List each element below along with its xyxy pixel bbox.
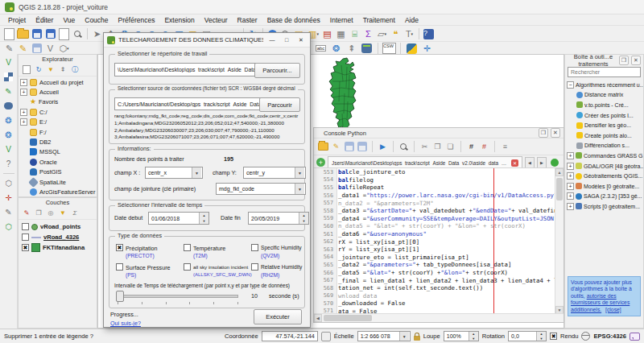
close-panel-button[interactable]: ✕ xyxy=(631,56,641,65)
collapse-all-button[interactable]: ⇞ xyxy=(58,64,68,74)
deselect-button[interactable]: ▤ xyxy=(320,27,334,41)
toolbox-alg-densifier[interactable]: Densifier les géo... xyxy=(567,120,642,130)
expression-filter-button[interactable]: Σ xyxy=(70,208,80,217)
crs-status[interactable]: EPSG:4326 xyxy=(593,333,626,340)
composer-manager-button[interactable] xyxy=(71,27,85,41)
layer-item-fktifanadiana[interactable]: ✖ FKTifanadiana xyxy=(19,242,97,253)
menu-vue[interactable]: Vue xyxy=(58,16,80,24)
champ-x-select[interactable]: centr_x▼ xyxy=(145,167,203,179)
layer-styling-button[interactable]: ✎ xyxy=(22,208,31,217)
layer-visibility-checkbox[interactable] xyxy=(22,233,29,241)
node-tool-button[interactable]: ⬡▾ xyxy=(57,42,71,56)
code-editor[interactable]: 553bal cle_jointure_eto 554bal filelog 5… xyxy=(314,167,564,314)
horizontal-scrollbar[interactable]: ◀ xyxy=(314,313,564,322)
source-input[interactable] xyxy=(114,97,262,110)
slider-handle[interactable] xyxy=(116,291,124,302)
lock-scale-icon[interactable] xyxy=(414,336,420,341)
add-virtual-layer-button[interactable]: ? xyxy=(2,158,14,170)
menu-preferences[interactable]: Préférences xyxy=(114,16,160,24)
browser-item-f-drive[interactable]: F:/ xyxy=(20,127,95,137)
toolbox-alg-vtopoints[interactable]: v.to.points - Cré... xyxy=(567,100,642,110)
add-wcs-layer-button[interactable]: ❂ xyxy=(2,129,14,141)
layer-item-vroad-points[interactable]: vRoad_points xyxy=(19,221,97,232)
close-tab-icon[interactable]: ✕ xyxy=(511,159,518,167)
filter-browser-button[interactable]: ▼ xyxy=(46,64,56,74)
float-panel-button[interactable]: ❐ xyxy=(539,128,548,138)
toolbox-group-qgis[interactable]: +Géotraitements QGIS... xyxy=(567,171,642,181)
new-composer-button[interactable] xyxy=(57,27,71,41)
expander[interactable]: + xyxy=(20,118,27,126)
map-tips-button[interactable]: ❝ xyxy=(389,27,402,41)
magnifier-spinner[interactable]: 100%▲▼ xyxy=(444,331,479,341)
close-panel-button[interactable]: ✕ xyxy=(551,128,560,138)
python-console-button[interactable] xyxy=(405,42,419,56)
browser-item-oracle[interactable]: Oracle xyxy=(20,157,95,167)
browser-item-arcgis-feature-server[interactable]: ArcGisFeatureServer xyxy=(20,187,95,196)
browser-item-postgis[interactable]: PostGIS xyxy=(20,167,95,177)
layer-item-vroad-4326[interactable]: vRoad_4326 xyxy=(19,232,97,242)
source-browse-button[interactable]: Parcourir xyxy=(259,97,300,112)
crosshair-tool-button[interactable]: ✛ xyxy=(2,192,14,204)
render-checkbox[interactable]: ✖ xyxy=(550,333,557,340)
add-postgis-layer-button[interactable] xyxy=(2,100,14,112)
rotation-spinner[interactable]: 0,0▲▼ xyxy=(508,331,547,341)
web-button[interactable]: ❂ xyxy=(329,42,343,56)
dialog-close-button[interactable]: ✕ xyxy=(295,35,307,45)
browser-item-c-drive[interactable]: +C:/ xyxy=(20,107,95,117)
menu-couche[interactable]: Couche xyxy=(80,16,113,24)
float-panel-button[interactable]: ❐ xyxy=(619,56,629,65)
relative-humidity-checkbox[interactable] xyxy=(251,263,258,271)
new-shapefile-button[interactable]: ⬡ xyxy=(2,177,14,189)
spinner-arrows[interactable]: ▲▼ xyxy=(536,332,546,341)
add-delimited-text-button[interactable]: ✎ xyxy=(2,85,14,97)
spinner-arrows[interactable]: ▲▼ xyxy=(469,332,478,341)
spinner-arrows[interactable]: ▲▼ xyxy=(299,213,308,224)
menu-internet[interactable]: Internet xyxy=(325,16,358,24)
join-field-select[interactable]: mdg_fkt_code▼ xyxy=(216,183,306,195)
browser-item-favoris[interactable]: ★Favoris xyxy=(20,97,95,107)
menu-base-de-donnees[interactable]: Base de données xyxy=(262,16,325,24)
scale-select[interactable]: 1:2 666 078▼ xyxy=(357,331,411,341)
text-annotation-button[interactable]: T▾ xyxy=(402,27,416,41)
new-project-button[interactable] xyxy=(2,27,16,41)
expander[interactable]: + xyxy=(567,152,574,159)
help-button[interactable]: ? xyxy=(422,27,436,41)
browser-item-accueil[interactable]: +Accueil xyxy=(20,87,95,97)
topology-checker-button[interactable]: ✛ xyxy=(420,42,434,56)
temperature-checkbox[interactable] xyxy=(184,244,191,251)
about-link[interactable]: Qui suis-je? xyxy=(110,320,141,327)
menu-traitement[interactable]: Traitement xyxy=(358,16,400,24)
open-in-editor-button[interactable]: ✎ xyxy=(331,142,341,152)
expander[interactable]: + xyxy=(567,172,574,180)
menu-aide[interactable]: Aide xyxy=(400,16,423,24)
map-themes-button[interactable]: ❐ xyxy=(34,208,43,217)
scrollbar-thumb[interactable] xyxy=(556,178,563,200)
toolbox-alg-creer-points[interactable]: Créer des points l... xyxy=(567,110,642,121)
add-feature-button[interactable]: V xyxy=(43,42,57,56)
expander[interactable]: + xyxy=(567,192,574,200)
expander[interactable]: + xyxy=(567,163,574,170)
layer-visibility-checkbox[interactable] xyxy=(22,223,29,230)
spinner-arrows[interactable]: ▲▼ xyxy=(199,213,208,224)
db-manager-button[interactable] xyxy=(360,42,374,56)
attribute-table-button[interactable]: ▦ xyxy=(334,27,348,41)
menu-vecteur[interactable]: Vecteur xyxy=(200,16,233,24)
add-selected-layer-button[interactable] xyxy=(22,64,31,74)
toolbox-group-saga[interactable]: +SAGA (2.3.2) [353 gé... xyxy=(567,192,642,202)
field-calculator-button[interactable]: ⌸ xyxy=(348,27,361,41)
script-tab[interactable]: Jsers\Mauricianot\Desktop\gps_track\scri… xyxy=(328,156,522,168)
expander[interactable]: + xyxy=(20,79,27,86)
scroll-tabs-left-button[interactable]: ◀ xyxy=(525,157,535,168)
upload-button[interactable]: ⇞ xyxy=(345,42,358,56)
csw-metasearch-button[interactable]: CSW xyxy=(382,42,396,56)
menu-projet[interactable]: Projet xyxy=(3,16,31,24)
date-fin-input[interactable]: 20/05/2019▲▼ xyxy=(248,212,309,225)
menu-extension[interactable]: Extension xyxy=(159,16,199,24)
polygon-nodes-button[interactable]: ⬡ xyxy=(2,221,14,233)
scrollbar-thumb[interactable] xyxy=(324,315,372,321)
workdir-browse-button[interactable]: Parcourir... xyxy=(254,63,300,78)
add-vector-layer-button[interactable]: V xyxy=(2,56,14,68)
browser-item-db2[interactable]: DB2 xyxy=(20,137,95,147)
labeling-button[interactable]: abc xyxy=(314,42,328,56)
specific-humidity-checkbox[interactable] xyxy=(251,244,258,251)
